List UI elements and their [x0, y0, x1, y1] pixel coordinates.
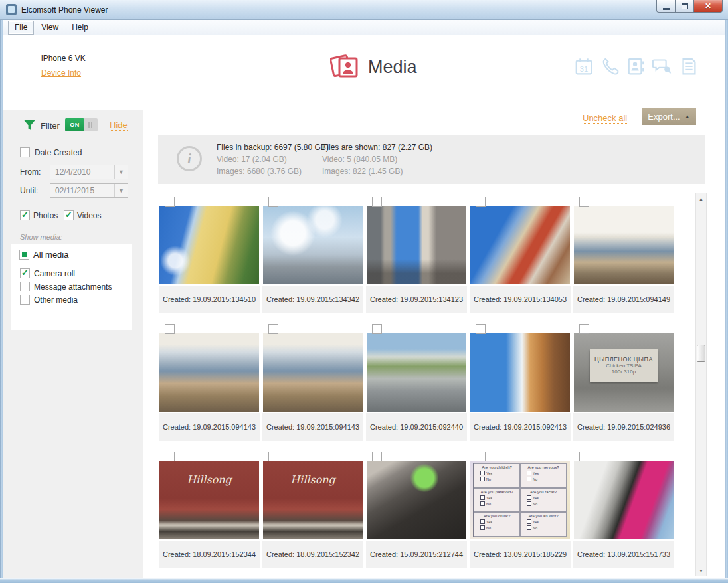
hide-filter-link[interactable]: Hide [110, 120, 128, 131]
item-caption: Created: 18.09.2015:152344 [159, 541, 260, 568]
media-item[interactable]: Created: 19.09.2015:092413 [470, 320, 571, 441]
minimize-button[interactable] [656, 0, 676, 13]
item-caption: Created: 19.09.2015:134342 [262, 286, 363, 313]
contacts-icon[interactable] [626, 56, 646, 77]
date-created-checkbox[interactable] [20, 147, 30, 157]
media-item[interactable]: Created: 13.09.2015:151733 [573, 448, 674, 568]
photo-thumbnail[interactable] [574, 461, 674, 539]
answer-no: No [480, 477, 519, 482]
backup-video: Video: 17 (2.04 GB) [217, 153, 329, 165]
scroll-up-arrow-icon[interactable]: ▲ [696, 193, 706, 204]
messages-icon[interactable] [652, 56, 673, 77]
photo-thumbnail[interactable] [470, 333, 570, 412]
item-checkbox[interactable] [579, 324, 589, 334]
videos-checkbox[interactable] [64, 210, 74, 220]
media-item[interactable]: Created: 19.09.2015:134123 [366, 193, 467, 313]
other-media-checkbox[interactable] [20, 295, 30, 305]
backup-summary: Files in backup: 6697 (5.80 GB) Video: 1… [217, 141, 329, 177]
photo-thumbnail[interactable]: ЦЫПЛЕНОК ЦЫПА Chicken TSIPA 100г 310р [574, 333, 674, 412]
item-checkbox[interactable] [268, 324, 278, 334]
item-checkbox[interactable] [268, 452, 278, 461]
close-button[interactable]: ✕ [693, 0, 723, 13]
answer-yes: Yes [527, 495, 565, 501]
photo-thumbnail[interactable] [367, 461, 466, 539]
until-label: Until: [20, 186, 38, 195]
item-checkbox[interactable] [372, 324, 382, 334]
filter-label: Filter [41, 121, 60, 131]
media-item[interactable]: Hillsong Created: 18.09.2015:152342 [262, 448, 363, 568]
media-item[interactable]: Created: 19.09.2015:094143 [159, 320, 260, 441]
photo-thumbnail[interactable] [263, 333, 363, 412]
title-bar: Elcomsoft Phone Viewer ✕ [0, 0, 728, 20]
media-item[interactable]: Created: 19.09.2015:134053 [470, 193, 571, 313]
media-item[interactable]: Created: 19.09.2015:134510 [159, 193, 260, 313]
device-info-link[interactable]: Device Info [41, 68, 81, 78]
photo-thumbnail[interactable] [367, 333, 466, 412]
item-checkbox[interactable] [165, 197, 175, 207]
calendar-icon[interactable]: 31 [574, 56, 594, 77]
photo-thumbnail[interactable] [159, 206, 259, 284]
media-item[interactable]: Hillsong Created: 18.09.2015:152344 [159, 448, 260, 568]
item-caption: Created: 13.09.2015:151733 [573, 541, 674, 568]
menu-file[interactable]: File [8, 21, 34, 35]
answer-no: No [480, 525, 519, 531]
uncheck-all-link[interactable]: Uncheck all [583, 113, 627, 124]
vertical-scrollbar[interactable]: ▲ ▼ [695, 193, 707, 576]
media-item[interactable]: Created: 19.09.2015:094143 [262, 320, 363, 441]
photo-thumbnail[interactable] [159, 333, 259, 412]
from-date-select[interactable]: 12/4/2010 ▼ [50, 165, 128, 179]
info-icon: i [177, 146, 202, 171]
camera-roll-checkbox[interactable] [20, 268, 30, 278]
item-checkbox[interactable] [476, 197, 486, 207]
maximize-button[interactable] [675, 0, 694, 13]
until-date-select[interactable]: 02/11/2015 ▼ [50, 183, 128, 198]
item-checkbox[interactable] [579, 197, 589, 207]
scroll-down-arrow-icon[interactable]: ▼ [696, 565, 706, 576]
filter-toggle[interactable]: ON [65, 118, 98, 131]
photo-thumbnail[interactable] [367, 206, 466, 284]
item-checkbox[interactable] [165, 324, 175, 334]
all-media-checkbox[interactable] [19, 250, 29, 260]
menu-help[interactable]: Help [66, 21, 94, 34]
item-checkbox[interactable] [268, 197, 278, 207]
media-item[interactable]: Are you childish?YesNo Are you nervous?Y… [470, 448, 571, 568]
backup-images: Images: 6680 (3.76 GB) [217, 165, 329, 177]
question-text: Are you nervous? [527, 465, 559, 469]
sign-line: 100г 310р [612, 369, 636, 375]
photo-thumbnail[interactable] [470, 206, 570, 284]
menu-view[interactable]: View [35, 21, 64, 34]
scrollbar-thumb[interactable] [697, 345, 705, 362]
photo-thumbnail[interactable]: Hillsong [159, 461, 259, 539]
other-media-label: Other media [34, 295, 78, 305]
media-item[interactable]: Created: 15.09.2015:212744 [366, 448, 467, 568]
answer-yes: Yes [480, 495, 519, 501]
photo-thumbnail[interactable]: Are you childish?YesNo Are you nervous?Y… [470, 461, 570, 539]
item-checkbox[interactable] [372, 197, 382, 207]
svg-text:31: 31 [580, 65, 589, 73]
chevron-down-icon[interactable]: ▼ [114, 165, 128, 179]
item-checkbox[interactable] [579, 452, 589, 461]
photo-thumbnail[interactable] [574, 206, 674, 284]
chevron-down-icon[interactable]: ▼ [114, 184, 128, 197]
photos-checkbox[interactable] [20, 210, 30, 220]
media-item[interactable]: Created: 19.09.2015:092440 [366, 320, 467, 441]
media-item[interactable]: Created: 19.09.2015:094149 [573, 193, 674, 313]
item-checkbox[interactable] [476, 324, 486, 334]
message-attachments-checkbox[interactable] [20, 282, 30, 292]
item-checkbox[interactable] [165, 452, 175, 461]
sign-line: ЦЫПЛЕНОК ЦЫПА [594, 356, 653, 363]
app-window: Elcomsoft Phone Viewer ✕ File View Help … [0, 0, 728, 583]
photo-thumbnail[interactable] [263, 206, 363, 284]
export-button[interactable]: Export... ▲ [642, 108, 696, 125]
until-date-value: 02/11/2015 [55, 186, 94, 195]
media-item[interactable]: ЦЫПЛЕНОК ЦЫПА Chicken TSIPA 100г 310р Cr… [573, 320, 674, 441]
wall-text: Hillsong [263, 473, 363, 486]
item-checkbox[interactable] [372, 452, 382, 461]
item-checkbox[interactable] [476, 452, 486, 461]
phone-icon[interactable] [600, 56, 620, 77]
media-item[interactable]: Created: 19.09.2015:134342 [262, 193, 363, 313]
answer-no: No [527, 477, 565, 482]
photo-thumbnail[interactable]: Hillsong [263, 461, 363, 539]
date-created-label: Date Created [35, 148, 82, 157]
notes-icon[interactable] [679, 56, 699, 77]
